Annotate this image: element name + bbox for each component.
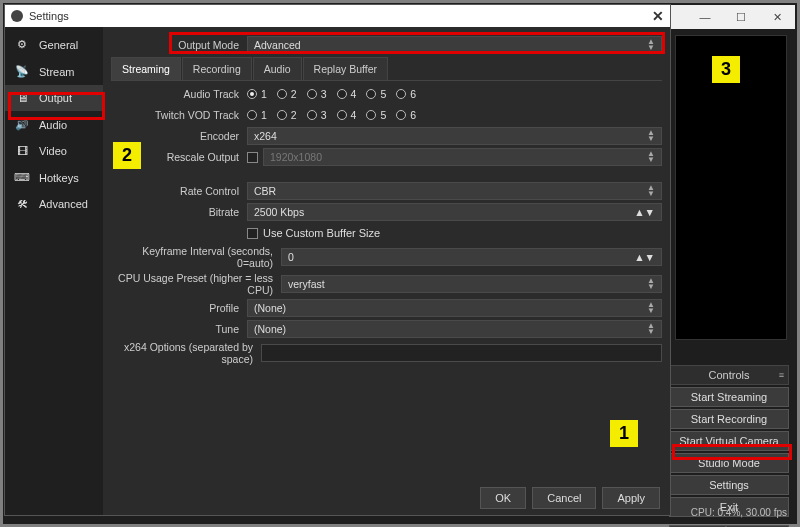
cancel-button[interactable]: Cancel — [532, 487, 596, 509]
sidebar-label: Video — [39, 145, 67, 157]
audio-track-4[interactable]: 4 — [337, 88, 357, 100]
annotation-callout-3: 3 — [712, 56, 740, 83]
sidebar-label: Stream — [39, 66, 74, 78]
vod-track-4[interactable]: 4 — [337, 109, 357, 121]
spinner-arrows-icon: ▲▼ — [634, 206, 655, 218]
keyframe-field[interactable]: 0 ▲▼ — [281, 248, 662, 266]
cpu-preset-value: veryfast — [288, 278, 325, 290]
rate-control-label: Rate Control — [111, 185, 247, 197]
settings-close-button[interactable]: ✕ — [652, 9, 664, 23]
cpu-preset-label: CPU Usage Preset (higher = less CPU) — [111, 272, 281, 296]
window-close-button[interactable]: ✕ — [759, 5, 795, 29]
x264-opts-label: x264 Options (separated by space) — [111, 341, 261, 365]
bitrate-field[interactable]: 2500 Kbps ▲▼ — [247, 203, 662, 221]
encoder-value: x264 — [254, 130, 277, 142]
audio-track-1[interactable]: 1 — [247, 88, 267, 100]
sidebar-item-stream[interactable]: 📡 Stream — [5, 58, 103, 85]
annotation-callout-2: 2 — [113, 142, 141, 169]
output-mode-dropdown[interactable]: Advanced ▲▼ — [247, 36, 662, 54]
rate-control-value: CBR — [254, 185, 276, 197]
cpu-preset-dropdown[interactable]: veryfast ▲▼ — [281, 275, 662, 293]
custom-buffer-label: Use Custom Buffer Size — [263, 227, 380, 239]
vod-track-3[interactable]: 3 — [307, 109, 327, 121]
start-streaming-button[interactable]: Start Streaming — [669, 387, 789, 407]
twitch-vod-label: Twitch VOD Track — [111, 109, 247, 121]
vod-track-1[interactable]: 1 — [247, 109, 267, 121]
vod-track-5[interactable]: 5 — [366, 109, 386, 121]
monitor-icon: 🖥 — [13, 92, 31, 104]
encoder-dropdown[interactable]: x264 ▲▼ — [247, 127, 662, 145]
twitch-vod-group: 1 2 3 4 5 6 — [247, 109, 662, 121]
controls-panel: Controls ≡ Start Streaming Start Recordi… — [669, 365, 789, 527]
subtab-replay-buffer[interactable]: Replay Buffer — [303, 57, 388, 80]
sidebar-item-general[interactable]: ⚙ General — [5, 31, 103, 58]
profile-value: (None) — [254, 302, 286, 314]
custom-buffer-checkbox[interactable] — [247, 228, 258, 239]
dropdown-arrows-icon: ▲▼ — [647, 278, 655, 290]
obs-logo-icon — [11, 10, 23, 22]
audio-track-3[interactable]: 3 — [307, 88, 327, 100]
rescale-value: 1920x1080 — [270, 151, 322, 163]
sidebar-label: Advanced — [39, 198, 88, 210]
audio-track-2[interactable]: 2 — [277, 88, 297, 100]
dropdown-arrows-icon: ▲▼ — [647, 130, 655, 142]
settings-dialog: Settings ✕ ⚙ General 📡 Stream 🖥 Output 🔊… — [5, 5, 670, 515]
x264-opts-input[interactable] — [261, 344, 662, 362]
dropdown-arrows-icon: ▲▼ — [647, 302, 655, 314]
ok-button[interactable]: OK — [480, 487, 526, 509]
spinner-arrows-icon: ▲▼ — [634, 251, 655, 263]
keyframe-label: Keyframe Interval (seconds, 0=auto) — [111, 245, 281, 269]
profile-dropdown[interactable]: (None) ▲▼ — [247, 299, 662, 317]
studio-mode-button[interactable]: Studio Mode — [669, 453, 789, 473]
antenna-icon: 📡 — [13, 65, 31, 78]
sidebar-item-audio[interactable]: 🔊 Audio — [5, 111, 103, 138]
profile-label: Profile — [111, 302, 247, 314]
rate-control-dropdown[interactable]: CBR ▲▼ — [247, 182, 662, 200]
settings-titlebar: Settings ✕ — [5, 5, 670, 27]
output-mode-label: Output Mode — [171, 39, 247, 51]
annotation-callout-1: 1 — [610, 420, 638, 447]
keyframe-value: 0 — [288, 251, 294, 263]
dropdown-arrows-icon: ▲▼ — [647, 185, 655, 197]
subtab-recording[interactable]: Recording — [182, 57, 252, 80]
sidebar-label: Hotkeys — [39, 172, 79, 184]
tune-label: Tune — [111, 323, 247, 335]
subtab-audio[interactable]: Audio — [253, 57, 302, 80]
tune-value: (None) — [254, 323, 286, 335]
audio-track-6[interactable]: 6 — [396, 88, 416, 100]
sidebar-item-hotkeys[interactable]: ⌨ Hotkeys — [5, 164, 103, 191]
dialog-buttons: OK Cancel Apply — [480, 487, 660, 509]
settings-main-panel: Output Mode Advanced ▲▼ Streaming Record… — [103, 27, 670, 515]
settings-button[interactable]: Settings — [669, 475, 789, 495]
start-virtual-camera-button[interactable]: Start Virtual Camera — [669, 431, 789, 451]
vod-track-6[interactable]: 6 — [396, 109, 416, 121]
status-bar: CPU: 0.4%, 30.00 fps — [691, 507, 787, 518]
bitrate-value: 2500 Kbps — [254, 206, 304, 218]
controls-menu-icon[interactable]: ≡ — [779, 370, 784, 380]
settings-title: Settings — [29, 10, 69, 22]
output-mode-value: Advanced — [254, 39, 301, 51]
speaker-icon: 🔊 — [13, 118, 31, 131]
sidebar-item-advanced[interactable]: 🛠 Advanced — [5, 191, 103, 217]
window-maximize-button[interactable]: ☐ — [723, 5, 759, 29]
sidebar-item-video[interactable]: 🎞 Video — [5, 138, 103, 164]
gear-icon: ⚙ — [13, 38, 31, 51]
dropdown-arrows-icon: ▲▼ — [647, 39, 655, 51]
settings-sidebar: ⚙ General 📡 Stream 🖥 Output 🔊 Audio 🎞 Vi… — [5, 27, 103, 515]
encoder-label: Encoder — [111, 130, 247, 142]
dropdown-arrows-icon: ▲▼ — [647, 323, 655, 335]
audio-track-label: Audio Track — [111, 88, 247, 100]
tune-dropdown[interactable]: (None) ▲▼ — [247, 320, 662, 338]
rescale-checkbox[interactable] — [247, 152, 258, 163]
apply-button[interactable]: Apply — [602, 487, 660, 509]
audio-track-group: 1 2 3 4 5 6 — [247, 88, 662, 100]
subtab-streaming[interactable]: Streaming — [111, 57, 181, 80]
start-recording-button[interactable]: Start Recording — [669, 409, 789, 429]
output-subtabs: Streaming Recording Audio Replay Buffer — [111, 57, 662, 81]
sidebar-label: Audio — [39, 119, 67, 131]
vod-track-2[interactable]: 2 — [277, 109, 297, 121]
window-minimize-button[interactable]: — — [687, 5, 723, 29]
sidebar-item-output[interactable]: 🖥 Output — [5, 85, 103, 111]
sidebar-label: Output — [39, 92, 72, 104]
audio-track-5[interactable]: 5 — [366, 88, 386, 100]
